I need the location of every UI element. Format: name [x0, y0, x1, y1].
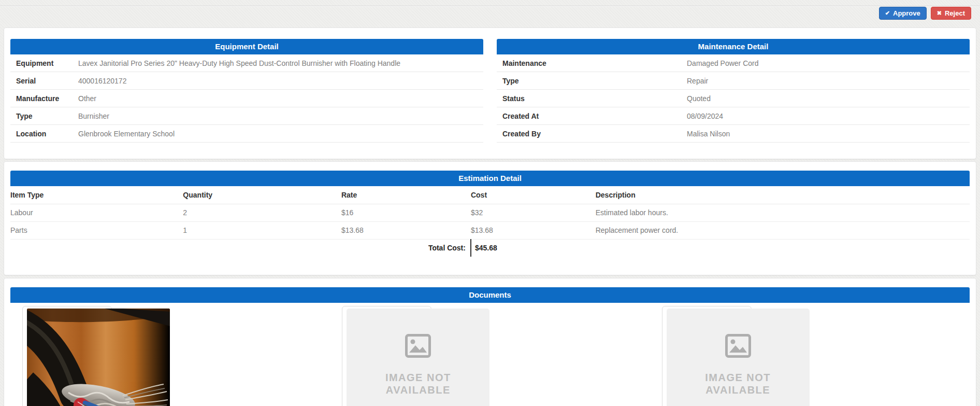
image-not-available-placeholder[interactable]: IMAGE NOT AVAILABLE: [667, 309, 810, 406]
table-row: Labour 2 $16 $32 Estimated labor hours.: [10, 204, 970, 221]
placeholder-text-line2: AVAILABLE: [385, 384, 451, 396]
documents-header: Documents: [10, 287, 970, 303]
total-row: Total Cost: $45.68: [10, 239, 970, 257]
document-item: [10, 306, 330, 406]
x-icon: ✖: [937, 10, 942, 16]
total-cost-label: Total Cost:: [10, 239, 471, 257]
location-label: Location: [10, 130, 78, 138]
action-buttons: ✔ Approve ✖ Reject: [879, 7, 971, 20]
estimation-table: Item Type Quantity Rate Cost Description…: [10, 186, 970, 257]
col-rate: Rate: [341, 186, 471, 204]
created-by-row: Created By Malisa Nilson: [497, 125, 970, 143]
detail-card: Equipment Detail Equipment Lavex Janitor…: [4, 27, 976, 159]
created-at-label: Created At: [497, 112, 687, 120]
status-row: Status Quoted: [497, 90, 970, 107]
top-navbar: [0, 0, 980, 6]
equipment-row: Equipment Lavex Janitorial Pro Series 20…: [10, 54, 483, 72]
created-by-value: Malisa Nilson: [687, 130, 730, 138]
manufacture-row: Manufacture Other: [10, 90, 483, 107]
reject-button[interactable]: ✖ Reject: [931, 7, 971, 20]
cell-quantity: 1: [183, 221, 341, 239]
type-row: Type Burnisher: [10, 107, 483, 125]
image-icon: [405, 334, 431, 358]
col-cost: Cost: [471, 186, 596, 204]
created-by-label: Created By: [497, 130, 687, 138]
placeholder-text-line2: AVAILABLE: [705, 384, 771, 396]
maintenance-detail-panel: Maintenance Detail Maintenance Damaged P…: [497, 39, 970, 143]
documents-row: IMAGE NOT AVAILABLE IMAGE NOT AVAILABLE: [10, 306, 970, 406]
equipment-detail-panel: Equipment Detail Equipment Lavex Janitor…: [10, 39, 483, 143]
equipment-label: Equipment: [10, 59, 78, 67]
serial-row: Serial 400016120172: [10, 72, 483, 90]
status-label: Status: [497, 94, 687, 103]
maintenance-label: Maintenance: [497, 59, 687, 67]
status-value: Quoted: [687, 94, 711, 103]
col-description: Description: [596, 186, 970, 204]
cell-cost: $13.68: [471, 221, 596, 239]
created-at-row: Created At 08/09/2024: [497, 107, 970, 125]
total-cost-value: $45.68: [471, 239, 596, 257]
manufacture-label: Manufacture: [10, 94, 78, 103]
placeholder-text-line1: IMAGE NOT: [385, 371, 451, 384]
document-item: IMAGE NOT AVAILABLE: [330, 306, 650, 406]
document-item: IMAGE NOT AVAILABLE: [650, 306, 970, 406]
created-at-value: 08/09/2024: [687, 112, 723, 120]
col-item-type: Item Type: [10, 186, 183, 204]
estimation-detail-header: Estimation Detail: [10, 171, 970, 186]
cell-item-type: Parts: [10, 221, 183, 239]
cell-item-type: Labour: [10, 204, 183, 221]
equipment-detail-header: Equipment Detail: [10, 39, 483, 54]
approve-button[interactable]: ✔ Approve: [879, 7, 927, 20]
maintenance-value: Damaged Power Cord: [687, 59, 759, 67]
maintenance-type-row: Type Repair: [497, 72, 970, 90]
serial-value: 400016120172: [78, 77, 126, 85]
table-row: Parts 1 $13.68 $13.68 Replacement power …: [10, 221, 970, 239]
placeholder-text-line1: IMAGE NOT: [705, 371, 771, 384]
maintenance-detail-header: Maintenance Detail: [497, 39, 970, 54]
type-label: Type: [10, 112, 78, 120]
maintenance-type-label: Type: [497, 77, 687, 85]
reject-button-label: Reject: [945, 9, 965, 17]
location-row: Location Glenbrook Elementary School: [10, 125, 483, 143]
location-value: Glenbrook Elementary School: [78, 130, 175, 138]
cell-description: Replacement power cord.: [596, 221, 970, 239]
estimation-header-row: Item Type Quantity Rate Cost Description: [10, 186, 970, 204]
damaged-power-cord-photo[interactable]: [27, 309, 170, 406]
serial-label: Serial: [10, 77, 78, 85]
image-not-available-placeholder[interactable]: IMAGE NOT AVAILABLE: [347, 309, 489, 406]
col-quantity: Quantity: [183, 186, 341, 204]
manufacture-value: Other: [78, 94, 96, 103]
check-icon: ✔: [885, 10, 890, 16]
cell-cost: $32: [471, 204, 596, 221]
documents-card: Documents: [4, 278, 976, 406]
equipment-value: Lavex Janitorial Pro Series 20" Heavy-Du…: [78, 59, 400, 67]
cell-quantity: 2: [183, 204, 341, 221]
maintenance-type-value: Repair: [687, 77, 708, 85]
cell-rate: $13.68: [341, 221, 471, 239]
cell-rate: $16: [341, 204, 471, 221]
type-value: Burnisher: [78, 112, 109, 120]
cell-description: Estimated labor hours.: [596, 204, 970, 221]
maintenance-row: Maintenance Damaged Power Cord: [497, 54, 970, 72]
approve-button-label: Approve: [893, 9, 920, 17]
estimation-card: Estimation Detail Item Type Quantity Rat…: [4, 161, 976, 275]
image-icon: [725, 334, 751, 358]
